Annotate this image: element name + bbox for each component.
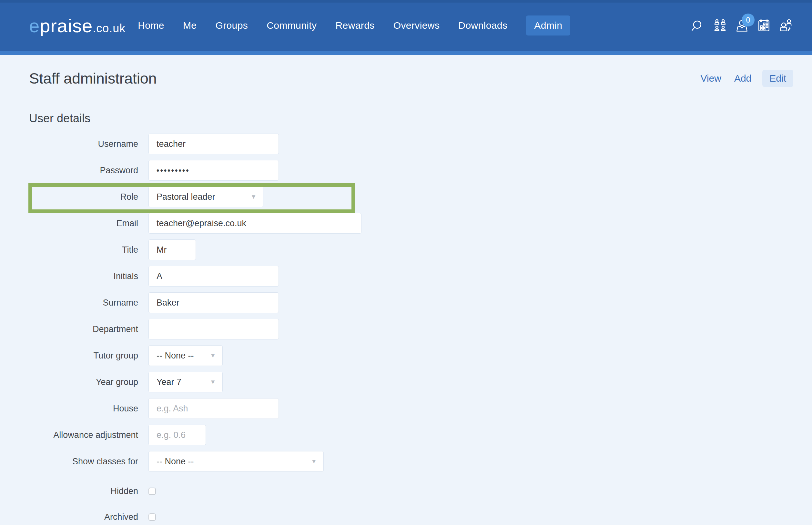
top-navbar: epraise.co.uk Home Me Groups Community R… <box>0 0 812 51</box>
show-classes-row: Show classes for -- None -- ▼ <box>29 451 793 472</box>
username-row: Username <box>29 134 793 154</box>
year-group-label: Year group <box>29 377 149 387</box>
username-input[interactable] <box>149 134 279 154</box>
role-label: Role <box>29 192 149 202</box>
chevron-down-icon: ▼ <box>251 193 257 200</box>
title-input[interactable] <box>149 239 196 260</box>
tutor-group-select[interactable]: -- None -- ▼ <box>149 345 223 366</box>
tutor-group-select-value: -- None -- <box>156 351 194 361</box>
show-classes-label: Show classes for <box>29 456 149 467</box>
chevron-down-icon: ▼ <box>210 378 216 386</box>
year-group-select[interactable]: Year 7 ▼ <box>149 372 223 392</box>
logo-praise: praise <box>40 15 93 36</box>
add-link[interactable]: Add <box>732 70 753 87</box>
edit-link[interactable]: Edit <box>762 70 793 87</box>
nav-item-admin[interactable]: Admin <box>526 15 570 35</box>
notification-badge[interactable]: 0 <box>742 14 754 27</box>
allowance-row: Allowance adjustment <box>29 425 793 445</box>
page-actions: View Add Edit <box>698 70 793 87</box>
surname-input[interactable] <box>149 292 279 313</box>
planner-icon[interactable] <box>757 19 771 32</box>
nav-item-home[interactable]: Home <box>138 15 164 35</box>
show-classes-select-value: -- None -- <box>156 456 194 467</box>
password-input[interactable] <box>149 160 279 181</box>
view-link[interactable]: View <box>698 70 723 87</box>
show-classes-select[interactable]: -- None -- ▼ <box>149 451 324 472</box>
tutor-group-label: Tutor group <box>29 351 149 361</box>
department-row: Department <box>29 319 793 340</box>
logo-e: e <box>29 15 40 36</box>
hidden-row: Hidden <box>29 485 793 498</box>
users-grid-icon[interactable] <box>713 19 727 32</box>
navbar-icon-group: 0 <box>691 19 793 32</box>
main-navigation: Home Me Groups Community Rewards Overvie… <box>138 15 570 35</box>
epraise-logo[interactable]: epraise.co.uk <box>29 15 125 36</box>
logo-suffix: .co.uk <box>93 21 125 35</box>
password-label: Password <box>29 166 149 176</box>
archived-checkbox[interactable] <box>149 513 156 521</box>
user-icon[interactable]: 0 <box>735 19 749 32</box>
user-details-form: Username Password Role Pastoral leader ▼… <box>29 134 793 523</box>
user-switch-icon[interactable] <box>779 19 793 32</box>
nav-item-overviews[interactable]: Overviews <box>393 15 440 35</box>
role-select-value: Pastoral leader <box>156 192 215 202</box>
nav-item-downloads[interactable]: Downloads <box>458 15 507 35</box>
house-label: House <box>29 404 149 414</box>
navbar-accent-strip <box>0 51 812 55</box>
department-label: Department <box>29 324 149 334</box>
surname-label: Surname <box>29 298 149 308</box>
password-row: Password <box>29 160 793 181</box>
nav-item-community[interactable]: Community <box>267 15 317 35</box>
email-input[interactable] <box>149 213 361 234</box>
surname-row: Surname <box>29 292 793 313</box>
page-title: Staff administration <box>29 70 156 87</box>
year-group-row: Year group Year 7 ▼ <box>29 372 793 392</box>
allowance-input[interactable] <box>149 425 206 445</box>
role-select[interactable]: Pastoral leader ▼ <box>149 186 264 207</box>
house-input[interactable] <box>149 398 279 419</box>
year-group-select-value: Year 7 <box>156 377 181 387</box>
role-row: Role Pastoral leader ▼ <box>29 186 793 207</box>
tutor-group-row: Tutor group -- None -- ▼ <box>29 345 793 366</box>
section-title-user-details: User details <box>29 111 793 125</box>
username-label: Username <box>29 139 149 149</box>
department-input[interactable] <box>149 319 279 340</box>
search-icon[interactable] <box>691 19 705 32</box>
email-label: Email <box>29 219 149 228</box>
chevron-down-icon: ▼ <box>210 352 216 359</box>
archived-label: Archived <box>29 512 149 522</box>
nav-item-groups[interactable]: Groups <box>215 15 248 35</box>
initials-label: Initials <box>29 271 149 281</box>
allowance-label: Allowance adjustment <box>29 430 149 440</box>
initials-input[interactable] <box>149 266 279 287</box>
hidden-checkbox[interactable] <box>149 487 156 495</box>
main-content: Staff administration View Add Edit User … <box>0 70 812 523</box>
chevron-down-icon: ▼ <box>311 458 317 465</box>
house-row: House <box>29 398 793 419</box>
archived-row: Archived <box>29 510 793 523</box>
title-label: Title <box>29 245 149 255</box>
initials-row: Initials <box>29 266 793 287</box>
nav-item-rewards[interactable]: Rewards <box>336 15 375 35</box>
title-row-field: Title <box>29 239 793 260</box>
email-row: Email <box>29 213 793 234</box>
hidden-label: Hidden <box>29 486 149 496</box>
nav-item-me[interactable]: Me <box>183 15 197 35</box>
